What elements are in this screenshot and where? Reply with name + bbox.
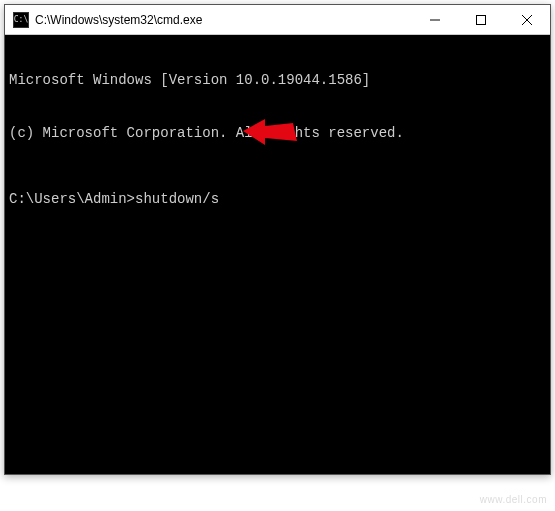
minimize-button[interactable] [412,5,458,34]
maximize-icon [476,15,486,25]
close-button[interactable] [504,5,550,34]
window-controls [412,5,550,34]
titlebar[interactable]: C:\ C:\Windows\system32\cmd.exe [5,5,550,35]
maximize-button[interactable] [458,5,504,34]
minimize-icon [430,15,440,25]
command-text: shutdown/s [135,191,219,207]
svg-rect-1 [477,15,486,24]
close-icon [522,15,532,25]
copyright-line: (c) Microsoft Corporation. All rights re… [9,125,546,143]
version-line: Microsoft Windows [Version 10.0.19044.15… [9,72,546,90]
cmd-window: C:\ C:\Windows\system32\cmd.exe Microsof… [4,4,551,475]
prompt-text: C:\Users\Admin> [9,191,135,207]
watermark-text: www.dell.com [480,494,547,505]
window-title: C:\Windows\system32\cmd.exe [35,13,412,27]
terminal-area[interactable]: Microsoft Windows [Version 10.0.19044.15… [5,35,550,474]
prompt-line: C:\Users\Admin>shutdown/s [9,191,546,209]
cmd-icon: C:\ [13,12,29,28]
